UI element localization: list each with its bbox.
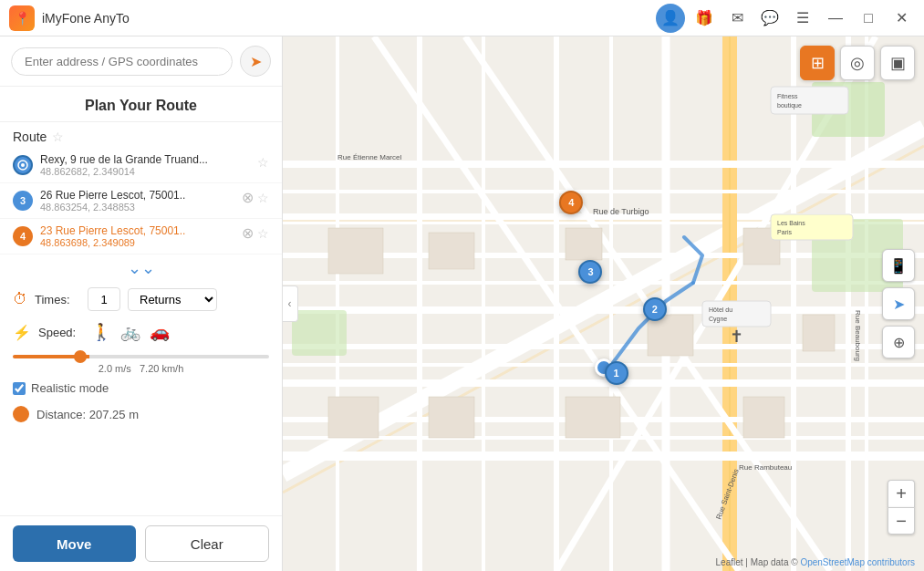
marker-4[interactable]: 4: [559, 191, 583, 214]
waypoint-actions-3: ⊗ ☆: [242, 191, 269, 205]
svg-text:boutique: boutique: [777, 102, 802, 109]
mail-btn[interactable]: ✉: [723, 5, 751, 32]
zoom-controls: + −: [888, 480, 915, 535]
waypoint-star-start[interactable]: ☆: [257, 155, 269, 170]
distance-text: Distance: 207.25 m: [36, 408, 139, 421]
realistic-row: Realistic mode: [0, 378, 282, 400]
speed-values: 2.0 m/s 7.20 km/h: [13, 363, 269, 374]
times-row: ⏱ Times: Returns One-way Round trip: [0, 282, 282, 317]
user-avatar[interactable]: 👤: [656, 4, 685, 33]
marker-2[interactable]: 2: [643, 297, 667, 321]
osm-link[interactable]: OpenStreetMap contributors: [800, 557, 915, 567]
waypoint-dot-4: 4: [13, 226, 33, 246]
gift-btn[interactable]: 🎁: [690, 5, 718, 32]
bike-icon[interactable]: 🚲: [120, 322, 140, 342]
svg-text:Rue Rambuteau: Rue Rambuteau: [739, 463, 792, 472]
times-label: Times:: [35, 293, 80, 306]
chevron-down-icon: ⌄⌄: [128, 258, 155, 278]
waypoint-delete-4[interactable]: ⊗: [242, 226, 254, 241]
panel-collapse-button[interactable]: ‹: [283, 286, 298, 322]
plan-section: Plan Your Route Route ☆ Rexy, 9 rue de l…: [0, 87, 282, 515]
grid-view-button[interactable]: ⊞: [800, 46, 835, 80]
collapse-button[interactable]: ⌄⌄: [0, 254, 282, 282]
speed-label: Speed:: [38, 326, 84, 339]
distance-dot-icon: [13, 406, 29, 422]
search-bar: ➤: [0, 36, 282, 87]
waypoint-name-4: 23 Rue Pierre Lescot, 75001..: [40, 224, 234, 237]
speed-icon: ⚡: [13, 324, 31, 341]
distance-section: Distance: 207.25 m: [0, 400, 282, 428]
realistic-mode-checkbox[interactable]: [13, 382, 26, 395]
svg-text:Rue de Turbigo: Rue de Turbigo: [593, 207, 649, 216]
waypoint-coords-start: 48.862682, 2.349014: [40, 166, 250, 177]
waypoint-delete-3[interactable]: ⊗: [242, 191, 254, 205]
walk-icon[interactable]: 🚶: [91, 322, 111, 342]
svg-text:Rue Beaubourg: Rue Beaubourg: [854, 310, 862, 361]
clear-button[interactable]: Clear: [145, 525, 270, 562]
svg-text:Les Bains: Les Bains: [777, 220, 805, 226]
waypoint-name-start: Rexy, 9 rue de la Grande Truand...: [40, 153, 250, 166]
returns-select[interactable]: Returns One-way Round trip: [128, 288, 217, 311]
svg-text:Hôtel du: Hôtel du: [709, 306, 732, 313]
zoom-in-button[interactable]: +: [888, 480, 915, 507]
target-icon: [17, 160, 28, 171]
waypoint-star-4[interactable]: ☆: [257, 226, 269, 241]
navigate-button[interactable]: ➤: [882, 287, 915, 320]
car-icon[interactable]: 🚗: [150, 322, 170, 342]
zoom-out-button[interactable]: −: [888, 507, 915, 535]
search-go-button[interactable]: ➤: [240, 46, 271, 77]
move-button[interactable]: Move: [13, 525, 136, 562]
svg-rect-50: [771, 87, 848, 114]
svg-rect-44: [743, 397, 784, 438]
waypoint-info-4: 23 Rue Pierre Lescot, 75001.. 48.863698,…: [40, 224, 234, 248]
svg-rect-53: [771, 214, 853, 240]
left-panel: ➤ Plan Your Route Route ☆ Rexy, 9 rue de: [0, 36, 283, 571]
gps-center-button[interactable]: ⊕: [882, 326, 915, 358]
menu-btn[interactable]: ☰: [789, 5, 816, 32]
minimize-btn[interactable]: —: [822, 5, 849, 32]
svg-text:Paris: Paris: [777, 229, 792, 235]
chat-btn[interactable]: 💬: [756, 5, 784, 32]
main-layout: ➤ Plan Your Route Route ☆ Rexy, 9 rue de: [0, 36, 924, 571]
waypoint-coords-3: 48.863254, 2.348853: [40, 202, 234, 213]
svg-rect-43: [566, 397, 620, 438]
waypoint-start: Rexy, 9 rue de la Grande Truand... 48.86…: [0, 148, 282, 183]
location-button[interactable]: ◎: [840, 46, 875, 80]
waypoint-star-3[interactable]: ☆: [257, 191, 269, 205]
waypoint-info-start: Rexy, 9 rue de la Grande Truand... 48.86…: [40, 153, 250, 177]
plan-route-title: Plan Your Route: [0, 87, 282, 122]
maximize-btn[interactable]: □: [855, 5, 882, 32]
waypoint-coords-4: 48.863698, 2.349089: [40, 237, 234, 248]
svg-point-1: [21, 163, 25, 167]
phone-view-button[interactable]: 📱: [882, 249, 915, 282]
marker-1[interactable]: 1: [605, 361, 628, 385]
screenshot-button[interactable]: ▣: [880, 46, 915, 80]
waypoint-4: 4 23 Rue Pierre Lescot, 75001.. 48.86369…: [0, 219, 282, 254]
waypoint-actions-4: ⊗ ☆: [242, 226, 269, 241]
waypoint-info-3: 26 Rue Pierre Lescot, 75001.. 48.863254,…: [40, 189, 234, 213]
waypoint-dot-3: 3: [13, 191, 33, 211]
svg-rect-42: [429, 397, 474, 438]
speed-slider[interactable]: [13, 355, 269, 358]
map-top-controls: ⊞ ◎ ▣: [800, 46, 915, 80]
speed-slider-section: 2.0 m/s 7.20 km/h: [0, 348, 282, 378]
search-input[interactable]: [11, 47, 233, 76]
speed-row: ⚡ Speed: 🚶 🚲 🚗: [0, 317, 282, 348]
waypoint-actions-start: ☆: [257, 155, 269, 170]
close-btn[interactable]: ✕: [888, 5, 915, 32]
svg-rect-35: [328, 228, 383, 274]
marker-3[interactable]: 3: [578, 260, 602, 284]
map-right-controls: 📱 ➤ ⊕: [882, 249, 915, 358]
titlebar: 📍 iMyFone AnyTo 👤 🎁 ✉ 💬 ☰ — □ ✕: [0, 0, 924, 36]
waypoint-name-3: 26 Rue Pierre Lescot, 75001..: [40, 189, 234, 202]
times-input[interactable]: [88, 287, 120, 311]
app-title: iMyFone AnyTo: [42, 11, 656, 26]
svg-rect-56: [702, 301, 771, 327]
svg-text:Cygne: Cygne: [709, 316, 727, 323]
svg-text:Fitness: Fitness: [777, 93, 798, 99]
svg-text:Rue Étienne Marcel: Rue Étienne Marcel: [337, 153, 401, 161]
route-favorite-icon[interactable]: ☆: [52, 130, 64, 144]
map-attribution: Leaflet | Map data © OpenStreetMap contr…: [716, 557, 915, 567]
svg-rect-34: [292, 310, 347, 356]
map-area[interactable]: Rue de Turbigo Rue Saint-Denis Rue Étien…: [283, 36, 924, 571]
